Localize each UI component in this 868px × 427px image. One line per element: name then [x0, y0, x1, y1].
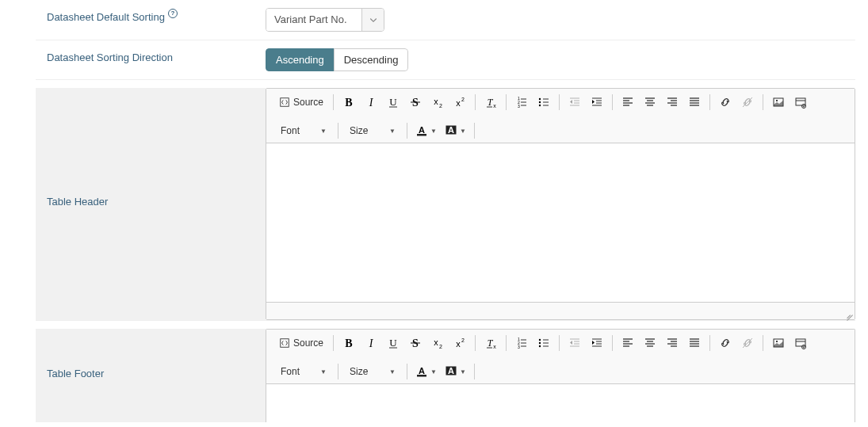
label-default-sorting: Datasheet Default Sorting ? [36, 8, 266, 31]
underline-icon[interactable] [384, 334, 402, 352]
editor-toolbar: Source [266, 89, 855, 143]
label-sorting-direction: Datasheet Sorting Direction [36, 48, 266, 71]
table-header-editor: Source [266, 88, 855, 320]
row-sorting-direction: Datasheet Sorting Direction Ascending De… [36, 40, 855, 79]
source-button[interactable]: Source [276, 95, 327, 109]
align-justify-icon[interactable] [686, 334, 703, 352]
editor-toolbar: Source [266, 330, 855, 384]
table-header-textarea[interactable] [266, 143, 855, 302]
editor-statusbar [266, 302, 855, 319]
italic-icon[interactable] [362, 334, 380, 352]
size-select[interactable]: Size▼ [345, 364, 400, 379]
table-footer-editor: Source [266, 329, 855, 422]
iframe-icon[interactable] [792, 334, 809, 352]
link-icon[interactable] [717, 93, 734, 111]
default-sorting-value: Variant Part No. [266, 9, 361, 31]
link-icon[interactable] [717, 334, 734, 352]
align-left-icon[interactable] [619, 93, 637, 111]
image-icon[interactable] [770, 93, 787, 111]
chevron-down-icon [361, 9, 384, 31]
help-icon[interactable]: ? [168, 9, 178, 18]
outdent-icon[interactable] [566, 334, 583, 352]
align-right-icon[interactable] [663, 334, 681, 352]
resize-handle-icon[interactable] [843, 308, 853, 318]
subscript-icon[interactable] [429, 334, 446, 352]
row-default-sorting: Datasheet Default Sorting ? Variant Part… [36, 0, 855, 40]
ascending-button[interactable]: Ascending [266, 48, 335, 71]
indent-icon[interactable] [588, 93, 606, 111]
table-footer-textarea[interactable] [266, 384, 855, 422]
font-select[interactable]: Font▼ [276, 364, 331, 379]
remove-format-icon[interactable] [482, 334, 499, 352]
unordered-list-icon[interactable] [535, 93, 553, 111]
indent-icon[interactable] [588, 334, 606, 352]
descending-button[interactable]: Descending [334, 48, 409, 71]
font-select[interactable]: Font▼ [276, 124, 331, 138]
italic-icon[interactable] [362, 93, 380, 111]
bg-color-button[interactable]: ▼ [443, 124, 468, 138]
bold-icon[interactable] [340, 93, 358, 111]
image-icon[interactable] [770, 334, 787, 352]
text-color-button[interactable]: ▼ [414, 364, 438, 379]
bg-color-button[interactable]: ▼ [443, 364, 468, 379]
align-justify-icon[interactable] [686, 93, 703, 111]
source-button[interactable]: Source [276, 336, 327, 350]
ordered-list-icon[interactable] [513, 334, 530, 352]
align-right-icon[interactable] [663, 93, 681, 111]
strikethrough-icon[interactable] [407, 93, 424, 111]
text-color-button[interactable]: ▼ [414, 124, 438, 138]
align-left-icon[interactable] [619, 334, 637, 352]
iframe-icon[interactable] [792, 93, 809, 111]
default-sorting-select[interactable]: Variant Part No. [266, 8, 384, 32]
underline-icon[interactable] [384, 93, 402, 111]
remove-format-icon[interactable] [482, 93, 499, 111]
strikethrough-icon[interactable] [407, 334, 424, 352]
label-table-footer: Table Footer [36, 329, 266, 422]
subscript-icon[interactable] [429, 93, 446, 111]
label-table-header: Table Header [36, 88, 266, 320]
row-table-header: Table Header Source [36, 79, 855, 320]
row-table-footer: Table Footer Source [36, 320, 855, 422]
unlink-icon[interactable] [739, 93, 756, 111]
bold-icon[interactable] [340, 334, 358, 352]
align-center-icon[interactable] [641, 93, 659, 111]
superscript-icon[interactable] [451, 93, 468, 111]
sorting-direction-toggle: Ascending Descending [266, 48, 408, 71]
unordered-list-icon[interactable] [535, 334, 553, 352]
outdent-icon[interactable] [566, 93, 583, 111]
size-select[interactable]: Size▼ [345, 124, 400, 138]
superscript-icon[interactable] [451, 334, 468, 352]
ordered-list-icon[interactable] [513, 93, 530, 111]
align-center-icon[interactable] [641, 334, 659, 352]
unlink-icon[interactable] [739, 334, 756, 352]
